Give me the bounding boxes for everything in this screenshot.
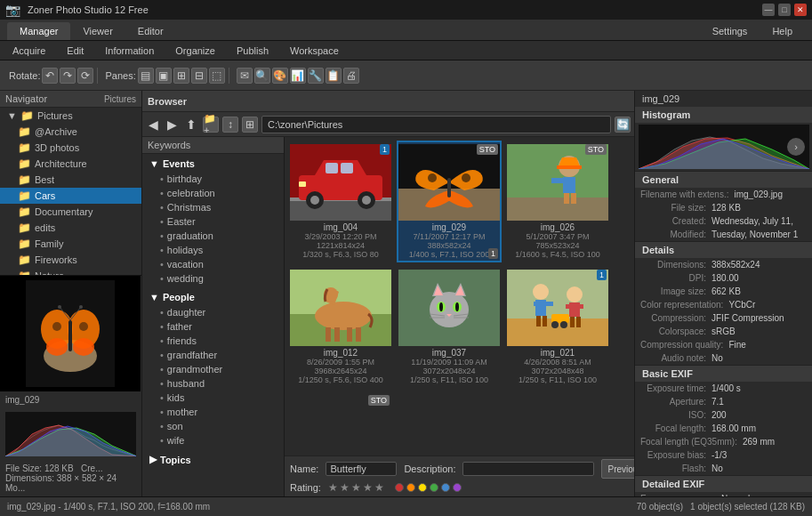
menu-workspace[interactable]: Workspace — [285, 44, 344, 58]
thumb-img-004[interactable]: 1 img_004 3/29/2003 12:20 PM 1221x814x24… — [288, 141, 393, 262]
rotate-left-button[interactable]: ↶ — [42, 68, 58, 84]
minimize-button[interactable]: — — [762, 4, 775, 16]
menu-publish[interactable]: Publish — [231, 44, 274, 58]
nav-item-best[interactable]: 📁 Best — [0, 172, 141, 188]
close-button[interactable]: ✕ — [794, 4, 807, 16]
tab-editor[interactable]: Editor — [125, 22, 176, 40]
tool-btn-6[interactable]: 📋 — [326, 68, 342, 84]
histogram-header[interactable]: Histogram — [635, 107, 812, 123]
menu-edit[interactable]: Edit — [61, 44, 89, 58]
new-folder-button[interactable]: 📁+ — [203, 117, 219, 133]
kw-son[interactable]: son — [142, 419, 284, 433]
tool-btn-3[interactable]: 🎨 — [272, 68, 288, 84]
kw-wife[interactable]: wife — [142, 433, 284, 447]
color-dot-orange[interactable] — [406, 483, 415, 492]
up-button[interactable]: ⬆ — [183, 117, 199, 132]
nav-item-cars[interactable]: 📁 Cars — [0, 188, 141, 204]
previous-button[interactable]: Previous — [601, 459, 634, 479]
nav-item-family[interactable]: 📁 Family — [0, 236, 141, 252]
pane-btn-5[interactable]: ⬚ — [209, 68, 225, 84]
pane-btn-3[interactable]: ⊞ — [173, 68, 189, 84]
kw-vacation[interactable]: vacation — [142, 257, 284, 271]
thumb-img-012[interactable]: img_012 8/26/2009 1:55 PM 3968x2645x24 1… — [288, 266, 393, 388]
menu-information[interactable]: Information — [100, 44, 159, 58]
maximize-button[interactable]: □ — [778, 4, 791, 16]
tool-btn-5[interactable]: 🔧 — [308, 68, 324, 84]
star-1[interactable]: ★ — [328, 481, 338, 494]
kw-daughter[interactable]: daughter — [142, 305, 284, 319]
pane-btn-4[interactable]: ⊟ — [191, 68, 207, 84]
thumb-img-026[interactable]: STO img_026 5/1/2007 3:47 PM 785x523x24 … — [505, 141, 610, 262]
thumb-img-037[interactable]: img_037 11/19/2009 11:09 AM 3072x2048x24… — [397, 266, 502, 388]
kw-wedding[interactable]: wedding — [142, 271, 284, 286]
star-5[interactable]: ★ — [374, 481, 384, 494]
refresh-button[interactable]: 🔄 — [615, 117, 631, 133]
kw-mother[interactable]: mother — [142, 405, 284, 419]
kw-husband[interactable]: husband — [142, 376, 284, 391]
menu-organize[interactable]: Organize — [170, 44, 221, 58]
color-dot-yellow[interactable] — [418, 483, 427, 492]
color-dot-green[interactable] — [430, 483, 438, 492]
general-header[interactable]: General — [635, 172, 812, 188]
menu-acquire[interactable]: Acquire — [7, 44, 51, 58]
thumb-bottom-2[interactable] — [397, 391, 502, 456]
thumb-img-021[interactable]: 1 img_021 4/26/2008 8:51 AM 3072x2048x48… — [505, 266, 610, 388]
kw-father[interactable]: father — [142, 319, 284, 334]
thumb-bottom-3[interactable] — [505, 391, 610, 456]
nav-item-archive[interactable]: 📁 @Archive — [0, 124, 141, 140]
nav-item-edits[interactable]: 📁 edits — [0, 220, 141, 236]
nav-item-pictures[interactable]: ▼ 📁 Pictures — [0, 108, 141, 124]
forward-button[interactable]: ▶ — [165, 117, 180, 132]
settings-button[interactable]: Settings — [700, 22, 760, 40]
kw-easter[interactable]: Easter — [142, 214, 284, 229]
star-4[interactable]: ★ — [363, 481, 373, 494]
back-button[interactable]: ◀ — [146, 117, 161, 132]
kw-friends[interactable]: friends — [142, 334, 284, 348]
kw-birthday[interactable]: birthday — [142, 172, 284, 186]
kw-grandmother[interactable]: grandmother — [142, 362, 284, 376]
help-button[interactable]: Help — [760, 22, 805, 40]
basic-exif-header[interactable]: Basic EXIF — [635, 366, 812, 382]
details-header[interactable]: Details — [635, 242, 812, 258]
tool-btn-4[interactable]: 📊 — [290, 68, 306, 84]
path-bar[interactable]: C:\zoner\Pictures — [261, 116, 611, 133]
rotate-right-button[interactable]: ↷ — [60, 68, 76, 84]
pane-btn-1[interactable]: ▤ — [138, 68, 154, 84]
histogram-expand-button[interactable]: › — [787, 138, 805, 156]
name-input[interactable] — [326, 462, 397, 476]
kw-kids[interactable]: kids — [142, 391, 284, 405]
tab-manager[interactable]: Manager — [7, 22, 70, 40]
kw-celebration[interactable]: celebration — [142, 186, 284, 200]
view-button[interactable]: ⊞ — [242, 117, 258, 133]
thumb-img-029[interactable]: STO 1 img_029 7/11/2007 12:17 PM 388x582… — [397, 141, 502, 262]
events-expand[interactable]: ▼ Events — [142, 156, 284, 172]
detailed-exif-header[interactable]: Detailed EXIF — [635, 476, 812, 492]
kw-graduation[interactable]: graduation — [142, 229, 284, 243]
color-dot-red[interactable] — [395, 483, 404, 492]
pane-btn-2[interactable]: ▣ — [156, 68, 172, 84]
kw-christmas[interactable]: Christmas — [142, 200, 284, 214]
people-expand[interactable]: ▼ People — [142, 289, 284, 305]
kw-grandfather[interactable]: grandfather — [142, 348, 284, 362]
tool-btn-1[interactable]: ✉ — [237, 68, 253, 84]
tool-btn-7[interactable]: 🖨 — [343, 68, 359, 84]
desc-input[interactable] — [462, 462, 594, 476]
color-dot-purple[interactable] — [453, 483, 462, 492]
tab-viewer[interactable]: Viewer — [70, 22, 125, 40]
sort-button[interactable]: ↕ — [222, 117, 238, 133]
rotate-custom-button[interactable]: ⟳ — [77, 68, 93, 84]
tool-btn-2[interactable]: 🔍 — [254, 68, 270, 84]
star-2[interactable]: ★ — [340, 481, 350, 494]
nav-item-nature[interactable]: 📁 Nature — [0, 268, 141, 275]
menu-bar: Acquire Edit Information Organize Publis… — [0, 41, 812, 60]
thumb-037-dims: 3072x2048x24 — [422, 367, 475, 375]
color-dot-blue[interactable] — [441, 483, 450, 492]
nav-item-3d[interactable]: 📁 3D photos — [0, 140, 141, 156]
nav-item-fireworks[interactable]: 📁 Fireworks — [0, 252, 141, 268]
nav-item-documentary[interactable]: 📁 Documentary — [0, 204, 141, 220]
star-3[interactable]: ★ — [351, 481, 361, 494]
kw-holidays[interactable]: holidays — [142, 243, 284, 257]
thumb-bottom-1[interactable]: STO — [288, 391, 393, 456]
topics-expand[interactable]: ▶ Topics — [142, 451, 284, 468]
nav-item-architecture[interactable]: 📁 Architecture — [0, 156, 141, 172]
